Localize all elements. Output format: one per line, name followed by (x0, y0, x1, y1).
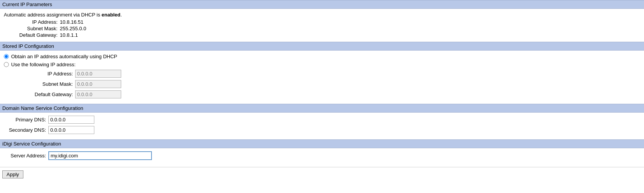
current-ip-label: IP Address: (12, 19, 58, 25)
stored-ip-section: Stored IP Configuration Obtain an IP add… (0, 42, 644, 104)
primary-dns-input[interactable] (48, 116, 94, 124)
current-ip-value: 10.8.16.51 (60, 19, 83, 25)
current-gateway-label: Default Gateway: (12, 32, 58, 38)
dhcp-status-text: Automatic address assignment via DHCP is… (4, 12, 640, 18)
current-subnet-row: Subnet Mask: 255.255.0.0 (12, 26, 640, 31)
current-ip-row: IP Address: 10.8.16.51 (12, 19, 640, 25)
manual-radio[interactable] (4, 62, 9, 67)
secondary-dns-label: Secondary DNS: (4, 127, 46, 133)
stored-gateway-label: Default Gateway: (23, 92, 73, 97)
secondary-dns-row: Secondary DNS: (4, 126, 640, 134)
server-address-label: Server Address: (4, 153, 46, 159)
stored-ip-content: Obtain an IP address automatically using… (0, 51, 644, 104)
dns-section: Domain Name Service Configuration Primar… (0, 104, 644, 139)
stored-gateway-input[interactable] (75, 90, 121, 98)
dhcp-radio-row: Obtain an IP address automatically using… (4, 54, 640, 59)
current-ip-content: Automatic address assignment via DHCP is… (0, 9, 644, 42)
stored-ip-label: IP Address: (23, 71, 73, 77)
dns-header: Domain Name Service Configuration (0, 104, 644, 113)
dns-content: Primary DNS: Secondary DNS: (0, 113, 644, 139)
current-subnet-value: 255.255.0.0 (60, 26, 86, 31)
primary-dns-label: Primary DNS: (4, 117, 46, 123)
current-ip-table: IP Address: 10.8.16.51 Subnet Mask: 255.… (12, 19, 640, 38)
stored-subnet-row: Subnet Mask: (23, 80, 640, 88)
secondary-dns-input[interactable] (48, 126, 94, 134)
current-ip-header: Current IP Parameters (0, 0, 644, 9)
server-address-row: Server Address: (4, 151, 640, 160)
current-ip-section: Current IP Parameters Automatic address … (0, 0, 644, 42)
current-gateway-value: 10.8.1.1 (60, 32, 78, 38)
stored-subnet-label: Subnet Mask: (23, 81, 73, 87)
apply-button[interactable]: Apply (2, 170, 23, 178)
current-subnet-label: Subnet Mask: (12, 26, 58, 31)
server-address-input[interactable] (48, 151, 152, 160)
manual-radio-label: Use the following IP address: (11, 62, 76, 67)
idigi-content: Server Address: (0, 148, 644, 165)
manual-radio-row: Use the following IP address: (4, 62, 640, 67)
dhcp-radio-label: Obtain an IP address automatically using… (11, 54, 117, 59)
idigi-header: iDigi Service Configuration (0, 139, 644, 148)
stored-ip-fields: IP Address: Subnet Mask: Default Gateway… (23, 70, 640, 98)
stored-ip-header: Stored IP Configuration (0, 42, 644, 51)
idigi-section: iDigi Service Configuration Server Addre… (0, 139, 644, 165)
bottom-divider (0, 167, 644, 167)
primary-dns-row: Primary DNS: (4, 116, 640, 124)
stored-subnet-input[interactable] (75, 80, 121, 88)
stored-ip-row: IP Address: (23, 70, 640, 78)
stored-gateway-row: Default Gateway: (23, 90, 640, 98)
stored-ip-input[interactable] (75, 70, 121, 78)
current-gateway-row: Default Gateway: 10.8.1.1 (12, 32, 640, 38)
dhcp-radio[interactable] (4, 54, 9, 59)
